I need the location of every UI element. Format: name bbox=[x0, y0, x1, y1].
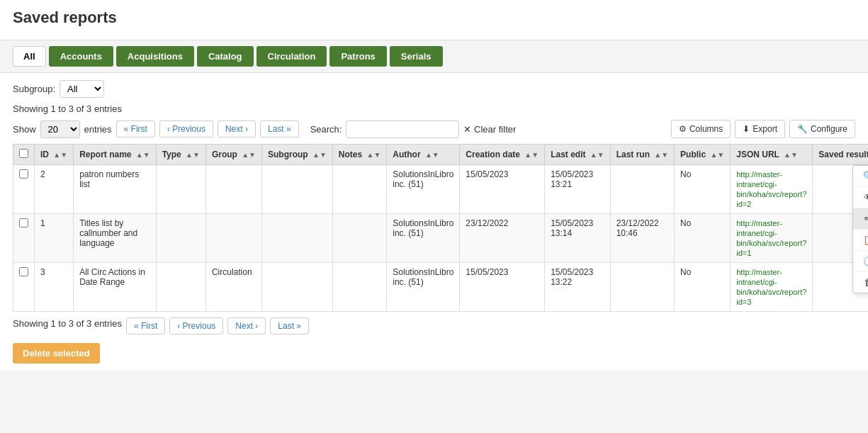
cell-public: No bbox=[675, 214, 731, 263]
duplicate-icon: 📋 bbox=[863, 235, 868, 245]
th-id: ID ▲▼ bbox=[35, 145, 74, 165]
download-icon: ⬇ bbox=[743, 124, 750, 134]
previous-btn-bottom[interactable]: ‹ Previous bbox=[169, 317, 223, 334]
th-type: Type ▲▼ bbox=[156, 145, 205, 165]
tab-serials[interactable]: Serials bbox=[390, 46, 443, 67]
th-public: Public ▲▼ bbox=[675, 145, 731, 165]
showing-text-bottom: Showing 1 to 3 of 3 entries bbox=[13, 318, 122, 329]
content-area: Subgroup: All Showing 1 to 3 of 3 entrie… bbox=[0, 73, 868, 371]
cell-creation-date: 15/05/2023 bbox=[460, 263, 545, 312]
cell-author: SolutionsInLibro inc. (51) bbox=[387, 214, 460, 263]
cell-id: 1 bbox=[35, 214, 74, 263]
json-url-link[interactable]: http://master-intranet/cgi-bin/koha/svc/… bbox=[736, 268, 806, 306]
last-btn-top[interactable]: Last » bbox=[260, 120, 299, 137]
toolbar-top: Show 20 50 100 entries « First ‹ Previou… bbox=[13, 120, 855, 138]
cell-report-name: patron numbers list bbox=[74, 165, 156, 214]
cell-report-name: Titles list by callnumber and language bbox=[74, 214, 156, 263]
th-author: Author ▲▼ bbox=[387, 145, 460, 165]
cell-notes bbox=[332, 263, 386, 312]
th-notes: Notes ▲▼ bbox=[332, 145, 386, 165]
cell-public: No bbox=[675, 263, 731, 312]
menu-item-delete[interactable]: 🗑 Delete bbox=[853, 272, 868, 293]
tab-catalog[interactable]: Catalog bbox=[197, 46, 254, 67]
clear-filter-btn[interactable]: ✕ Clear filter bbox=[463, 124, 516, 135]
tab-patrons[interactable]: Patrons bbox=[329, 46, 386, 67]
tab-circulation[interactable]: Circulation bbox=[257, 46, 327, 67]
cell-subgroup bbox=[262, 214, 333, 263]
row-checkbox-cell bbox=[13, 263, 35, 312]
th-report-name: Report name ▲▼ bbox=[74, 145, 156, 165]
th-creation-date: Creation date ▲▼ bbox=[460, 145, 545, 165]
json-url-link[interactable]: http://master-intranet/cgi-bin/koha/svc/… bbox=[736, 219, 806, 257]
next-btn-bottom[interactable]: Next › bbox=[227, 317, 266, 334]
cell-creation-date: 23/12/2022 bbox=[460, 214, 545, 263]
subgroup-select[interactable]: All bbox=[60, 80, 104, 98]
th-subgroup: Subgroup ▲▼ bbox=[262, 145, 333, 165]
tab-accounts[interactable]: Accounts bbox=[49, 46, 113, 67]
menu-item-schedule[interactable]: 🕐 Schedule bbox=[853, 251, 868, 272]
toolbar-right: ⚙ Columns ⬇ Export 🔧 Configure bbox=[671, 120, 855, 138]
cell-last-run bbox=[610, 165, 674, 214]
cell-json-url: http://master-intranet/cgi-bin/koha/svc/… bbox=[731, 263, 813, 312]
entries-label: entries bbox=[84, 124, 112, 135]
menu-item-preview_sql[interactable]: 👁 Preview SQL bbox=[853, 187, 868, 208]
cell-last-run: 23/12/2022 10:46 bbox=[610, 214, 674, 263]
th-last-edit: Last edit ▲▼ bbox=[545, 145, 610, 165]
wrench-icon: 🔧 bbox=[797, 124, 808, 134]
cell-type bbox=[156, 165, 205, 214]
showing-text-top: Showing 1 to 3 of 3 entries bbox=[13, 103, 855, 114]
delete-selected-btn[interactable]: Delete selected bbox=[13, 343, 100, 364]
export-btn[interactable]: ⬇ Export bbox=[735, 120, 785, 138]
table-row: 1 Titles list by callnumber and language… bbox=[13, 214, 869, 263]
preview_sql-icon: 👁 bbox=[863, 192, 868, 203]
table-row: 3 All Circ Actions in Date Range Circula… bbox=[13, 263, 869, 312]
th-json-url: JSON URL ▲▼ bbox=[731, 145, 813, 165]
cell-id: 3 bbox=[35, 263, 74, 312]
cell-report-name: All Circ Actions in Date Range bbox=[74, 263, 156, 312]
cell-subgroup bbox=[262, 165, 333, 214]
cell-type bbox=[156, 263, 205, 312]
json-url-link[interactable]: http://master-intranet/cgi-bin/koha/svc/… bbox=[736, 170, 806, 208]
menu-item-duplicate[interactable]: 📋 Duplicate bbox=[853, 230, 868, 251]
row-checkbox[interactable] bbox=[19, 169, 28, 179]
th-group: Group ▲▼ bbox=[205, 145, 261, 165]
row-checkbox[interactable] bbox=[19, 218, 28, 227]
bottom-toolbar: Showing 1 to 3 of 3 entries « First ‹ Pr… bbox=[13, 317, 855, 334]
cell-json-url: http://master-intranet/cgi-bin/koha/svc/… bbox=[731, 214, 813, 263]
row-checkbox[interactable] bbox=[19, 267, 28, 276]
tab-all[interactable]: All bbox=[13, 46, 46, 67]
cell-notes bbox=[332, 214, 386, 263]
cell-author: SolutionsInLibro inc. (51) bbox=[387, 165, 460, 214]
cell-notes bbox=[332, 165, 386, 214]
columns-btn[interactable]: ⚙ Columns bbox=[671, 120, 731, 138]
row-checkbox-cell bbox=[13, 214, 35, 263]
show-label: Show bbox=[13, 124, 36, 135]
delete-icon: 🗑 bbox=[863, 277, 868, 288]
subgroup-label: Subgroup: bbox=[13, 84, 55, 94]
first-btn-top[interactable]: « First bbox=[116, 120, 155, 137]
reports-table: ID ▲▼ Report name ▲▼ Type ▲▼ Group ▲▼ Su… bbox=[13, 144, 868, 312]
actions-dropdown: 🔍 View 👁 Preview SQL ✏ Edit 📋 bbox=[852, 165, 868, 293]
previous-btn-top[interactable]: ‹ Previous bbox=[159, 120, 213, 137]
th-last-run: Last run ▲▼ bbox=[610, 145, 674, 165]
th-checkbox bbox=[13, 145, 35, 165]
select-all-checkbox[interactable] bbox=[19, 149, 28, 158]
delete-selected-row: Delete selected bbox=[13, 343, 855, 364]
row-checkbox-cell bbox=[13, 165, 35, 214]
cell-group: Circulation bbox=[205, 263, 261, 312]
tab-acquisitions[interactable]: Acquisitions bbox=[116, 46, 194, 67]
cell-json-url: http://master-intranet/cgi-bin/koha/svc/… bbox=[731, 165, 813, 214]
gear-icon: ⚙ bbox=[679, 124, 687, 134]
next-btn-top[interactable]: Next › bbox=[218, 120, 256, 137]
menu-item-view[interactable]: 🔍 View bbox=[853, 166, 868, 187]
cell-public: No bbox=[675, 165, 731, 214]
configure-btn[interactable]: 🔧 Configure bbox=[789, 120, 855, 138]
cell-subgroup bbox=[262, 263, 333, 312]
menu-item-edit[interactable]: ✏ Edit bbox=[853, 208, 868, 230]
first-btn-bottom[interactable]: « First bbox=[126, 317, 165, 334]
entries-select[interactable]: 20 50 100 bbox=[40, 120, 80, 138]
search-input[interactable] bbox=[346, 120, 459, 138]
table-row: 2 patron numbers list SolutionsInLibro i… bbox=[13, 165, 869, 214]
cell-type bbox=[156, 214, 205, 263]
last-btn-bottom[interactable]: Last » bbox=[270, 317, 309, 334]
